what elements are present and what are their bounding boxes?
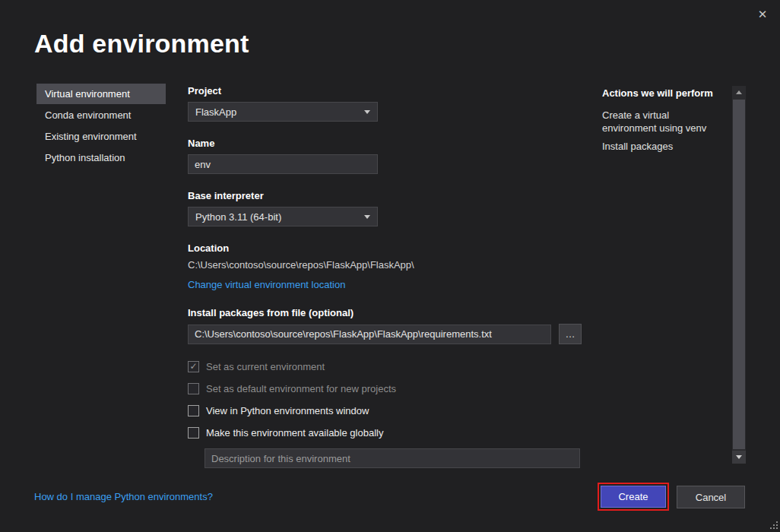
- base-interpreter-dropdown-value: Python 3.11 (64-bit): [195, 211, 281, 223]
- actions-panel-title: Actions we will perform: [602, 87, 724, 99]
- browse-button[interactable]: …: [559, 324, 582, 344]
- action-item: Create a virtual environment using venv: [602, 109, 724, 135]
- base-interpreter-dropdown[interactable]: Python 3.11 (64-bit): [188, 207, 378, 226]
- scrollbar-thumb[interactable]: [733, 100, 745, 449]
- view-in-environments-label: View in Python environments window: [206, 405, 369, 416]
- create-button-highlight: Create: [598, 483, 669, 511]
- sidebar-item-virtual-environment[interactable]: Virtual environment: [36, 84, 166, 104]
- create-button[interactable]: Create: [601, 486, 666, 508]
- set-as-default-label: Set as default environment for new proje…: [206, 383, 396, 394]
- environment-type-sidebar: Virtual environment Conda environment Ex…: [36, 84, 166, 169]
- location-group: Location C:\Users\contoso\source\repos\F…: [188, 242, 583, 291]
- add-environment-dialog: ✕ Add environment Virtual environment Co…: [0, 0, 780, 532]
- view-in-environments-checkbox[interactable]: [188, 405, 199, 416]
- cancel-button[interactable]: Cancel: [677, 486, 745, 508]
- base-interpreter-label: Base interpreter: [188, 190, 583, 201]
- project-group: Project FlaskApp: [188, 85, 583, 122]
- project-label: Project: [188, 85, 583, 97]
- install-packages-label: Install packages from file (optional): [188, 307, 583, 318]
- checkbox-row-available-globally[interactable]: Make this environment available globally: [188, 426, 583, 439]
- change-location-link[interactable]: Change virtual environment location: [188, 279, 345, 290]
- dialog-title: Add environment: [34, 29, 249, 59]
- name-input[interactable]: [188, 154, 378, 174]
- sidebar-item-python-installation[interactable]: Python installation: [36, 147, 166, 168]
- project-dropdown-value: FlaskApp: [195, 106, 236, 118]
- sidebar-item-conda-environment[interactable]: Conda environment: [36, 105, 166, 125]
- project-dropdown[interactable]: FlaskApp: [188, 102, 378, 122]
- location-path: C:\Users\contoso\source\repos\FlaskApp\F…: [188, 259, 583, 271]
- install-packages-input[interactable]: [188, 325, 551, 344]
- vertical-scrollbar[interactable]: [732, 86, 746, 464]
- close-icon[interactable]: ✕: [754, 6, 771, 23]
- checkbox-row-view-in-environments[interactable]: View in Python environments window: [188, 404, 583, 416]
- available-globally-label: Make this environment available globally: [206, 427, 383, 439]
- set-as-current-label: Set as current environment: [206, 361, 325, 372]
- chevron-down-icon: [364, 110, 370, 114]
- set-as-default-checkbox[interactable]: [188, 383, 199, 394]
- actions-panel: Actions we will perform Create a virtual…: [602, 87, 724, 158]
- base-interpreter-group: Base interpreter Python 3.11 (64-bit): [188, 190, 583, 226]
- checkbox-row-set-as-default[interactable]: Set as default environment for new proje…: [188, 382, 583, 394]
- scrollbar-down-icon[interactable]: [732, 451, 746, 464]
- name-group: Name: [188, 138, 583, 174]
- install-packages-group: Install packages from file (optional) …: [188, 307, 583, 344]
- scrollbar-up-icon[interactable]: [732, 86, 746, 99]
- description-input[interactable]: [205, 448, 580, 468]
- set-as-current-checkbox[interactable]: ✓: [188, 361, 199, 372]
- name-label: Name: [188, 138, 583, 149]
- available-globally-checkbox[interactable]: [188, 427, 199, 439]
- sidebar-item-existing-environment[interactable]: Existing environment: [36, 126, 166, 147]
- resize-grip-icon[interactable]: [769, 521, 778, 530]
- help-link[interactable]: How do I manage Python environments?: [34, 491, 213, 502]
- action-item: Install packages: [602, 140, 724, 153]
- location-label: Location: [188, 242, 583, 254]
- chevron-down-icon: [364, 215, 370, 219]
- checkbox-row-set-as-current[interactable]: ✓ Set as current environment: [188, 360, 583, 372]
- environment-form: Project FlaskApp Name Base interpreter P…: [188, 85, 583, 468]
- description-wrap: [205, 448, 583, 468]
